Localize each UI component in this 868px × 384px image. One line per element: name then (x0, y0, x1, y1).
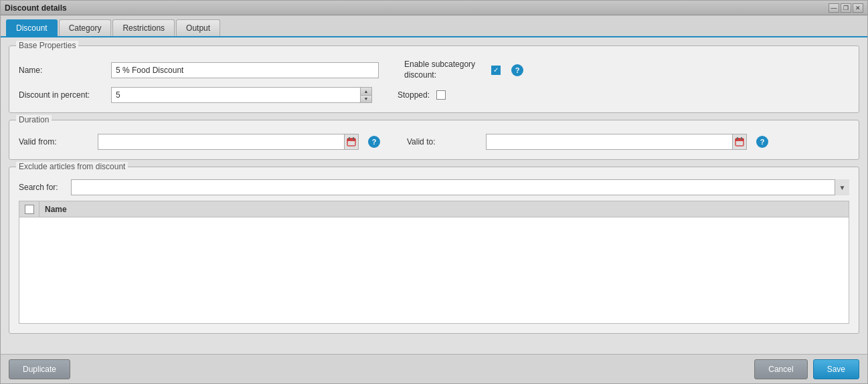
tab-category[interactable]: Category (59, 19, 112, 36)
svg-rect-1 (347, 138, 355, 141)
title-bar-buttons: — ❐ ✕ (829, 3, 863, 13)
enable-subcategory-checkbox[interactable]: ✓ (491, 66, 501, 75)
discount-decrement-button[interactable]: ▼ (360, 95, 372, 104)
base-properties-section: Base Properties Name: Enable subcategory… (9, 45, 859, 113)
discount-spinner-buttons: ▲ ▼ (360, 87, 372, 103)
duration-legend: Duration (16, 115, 52, 124)
tab-output[interactable]: Output (176, 19, 220, 36)
enable-subcategory-label: Enable subcategory discount: (404, 60, 485, 80)
window-title: Discount details (5, 3, 67, 13)
stopped-checkbox[interactable] (436, 90, 446, 100)
exclude-legend: Exclude articles from discount (16, 162, 128, 171)
search-label: Search for: (19, 183, 66, 192)
search-input[interactable] (71, 179, 849, 195)
valid-to-wrapper (486, 134, 747, 150)
restore-button[interactable]: ❐ (841, 3, 851, 13)
main-content: Base Properties Name: Enable subcategory… (1, 37, 867, 354)
svg-rect-7 (741, 137, 742, 140)
footer: Duplicate Cancel Save (1, 354, 867, 383)
name-label: Name: (19, 66, 106, 75)
discount-input[interactable] (111, 87, 372, 103)
search-dropdown-wrapper: ▼ (71, 179, 849, 195)
valid-to-group: Valid to: ? (407, 134, 768, 150)
cancel-button[interactable]: Cancel (754, 359, 807, 379)
valid-from-label: Valid from: (19, 137, 92, 147)
exclude-section: Exclude articles from discount Search fo… (9, 167, 859, 334)
enable-subcategory-help-icon[interactable]: ? (511, 64, 523, 76)
valid-from-help-icon[interactable]: ? (368, 136, 380, 148)
table-col-name: Name (39, 205, 849, 214)
name-input[interactable] (111, 62, 379, 78)
stopped-label: Stopped: (398, 90, 430, 100)
footer-left: Duplicate (9, 359, 70, 379)
save-button[interactable]: Save (813, 359, 859, 379)
minimize-button[interactable]: — (829, 3, 839, 13)
exclude-table: Name (19, 201, 849, 324)
close-button[interactable]: ✕ (853, 3, 863, 13)
svg-rect-5 (735, 138, 744, 141)
search-dropdown-arrow[interactable]: ▼ (835, 179, 849, 195)
valid-to-calendar-button[interactable] (732, 134, 747, 150)
calendar-icon-2 (735, 137, 744, 147)
duration-row: Valid from: ? (19, 134, 849, 150)
svg-rect-3 (353, 137, 354, 140)
valid-from-calendar-button[interactable] (344, 134, 359, 150)
duplicate-button[interactable]: Duplicate (9, 359, 70, 379)
tab-discount[interactable]: Discount (6, 19, 58, 36)
discount-spinner: ▲ ▼ (111, 87, 372, 103)
valid-from-input[interactable] (98, 134, 359, 150)
base-properties-legend: Base Properties (16, 41, 78, 50)
valid-to-help-icon[interactable]: ? (756, 136, 768, 148)
svg-rect-2 (349, 137, 350, 140)
discount-label: Discount in percent: (19, 90, 106, 100)
svg-rect-6 (737, 137, 738, 140)
discount-row: Discount in percent: ▲ ▼ Stopped: (19, 87, 849, 103)
search-row: Search for: ▼ (19, 179, 849, 195)
tab-bar: Discount Category Restrictions Output (1, 15, 867, 37)
tab-restrictions[interactable]: Restrictions (112, 19, 175, 36)
table-header: Name (19, 201, 849, 217)
valid-to-input[interactable] (486, 134, 747, 150)
name-row: Name: Enable subcategory discount: ✓ ? (19, 60, 849, 80)
valid-from-group: Valid from: ? (19, 134, 380, 150)
title-bar: Discount details — ❐ ✕ (1, 1, 867, 15)
discount-details-window: Discount details — ❐ ✕ Discount Category… (0, 0, 868, 384)
select-all-checkbox[interactable] (25, 205, 34, 214)
table-header-checkbox[interactable] (19, 201, 39, 217)
discount-increment-button[interactable]: ▲ (360, 87, 372, 95)
duration-section: Duration Valid from: (9, 120, 859, 160)
valid-to-label: Valid to: (407, 137, 481, 147)
footer-right: Cancel Save (754, 359, 859, 379)
calendar-icon (347, 137, 356, 147)
table-body (19, 217, 849, 324)
valid-from-wrapper (98, 134, 359, 150)
